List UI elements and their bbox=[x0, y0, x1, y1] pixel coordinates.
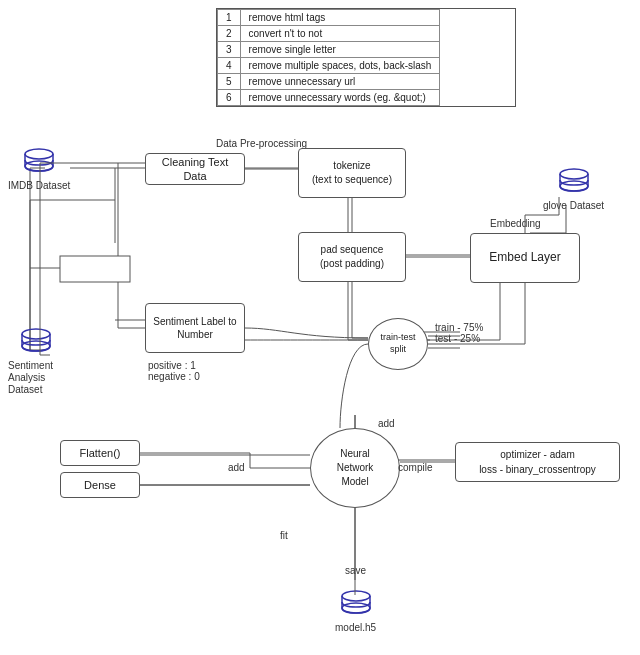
svg-point-29 bbox=[25, 149, 53, 159]
svg-point-31 bbox=[560, 169, 588, 179]
glove-dataset-icon: glove Dataset bbox=[543, 168, 604, 211]
svg-point-34 bbox=[22, 341, 50, 351]
row-text: remove html tags bbox=[240, 10, 440, 26]
positive-label: positive : 1 bbox=[148, 360, 200, 371]
table-row: 1 remove html tags bbox=[218, 10, 440, 26]
diagram: 1 remove html tags 2 convert n't to not … bbox=[0, 0, 640, 655]
sentiment-dataset-icon: Sentiment Analysis Dataset bbox=[8, 328, 63, 396]
table-row: 6 remove unnecessary words (eg. &quot;) bbox=[218, 90, 440, 106]
svg-point-32 bbox=[560, 181, 588, 191]
row-text: remove unnecessary url bbox=[240, 74, 440, 90]
model-h5-label: model.h5 bbox=[335, 622, 376, 633]
svg-point-35 bbox=[342, 591, 370, 601]
sentiment-values-label: positive : 1 negative : 0 bbox=[148, 360, 200, 382]
optimizer-box: optimizer - adam loss - binary_crossentr… bbox=[455, 442, 620, 482]
neural-network-circle: Neural Network Model bbox=[310, 428, 400, 508]
svg-point-30 bbox=[25, 161, 53, 171]
preprocessing-label: Data Pre-processing bbox=[216, 138, 307, 149]
row-text: remove unnecessary words (eg. &quot;) bbox=[240, 90, 440, 106]
row-num: 5 bbox=[218, 74, 241, 90]
add-label-1: add bbox=[228, 462, 245, 473]
save-label: save bbox=[345, 565, 366, 576]
train-75-text: train - 75% bbox=[435, 322, 483, 333]
optimizer-text: optimizer - adam loss - binary_crossentr… bbox=[479, 447, 596, 477]
test-25-text: test - 25% bbox=[435, 333, 483, 344]
add-label-2: add bbox=[378, 418, 395, 429]
sentiment-dataset-label: Sentiment Analysis Dataset bbox=[8, 360, 63, 396]
flatten-box: Flatten() bbox=[60, 440, 140, 466]
preprocessing-table-content: 1 remove html tags 2 convert n't to not … bbox=[217, 9, 440, 106]
negative-label: negative : 0 bbox=[148, 371, 200, 382]
row-num: 1 bbox=[218, 10, 241, 26]
row-num: 4 bbox=[218, 58, 241, 74]
neural-network-text: Neural Network Model bbox=[337, 447, 374, 489]
train-pct-label: train - 75% test - 25% bbox=[435, 322, 483, 344]
row-num: 2 bbox=[218, 26, 241, 42]
pad-sequence-box: pad sequence (post padding) bbox=[298, 232, 406, 282]
preprocessing-table: 1 remove html tags 2 convert n't to not … bbox=[216, 8, 516, 107]
row-text: convert n't to not bbox=[240, 26, 440, 42]
compile-label: compile bbox=[398, 462, 432, 473]
table-row: 5 remove unnecessary url bbox=[218, 74, 440, 90]
train-test-circle: train-test split bbox=[368, 318, 428, 370]
pad-sequence-text: pad sequence (post padding) bbox=[320, 243, 384, 271]
embedding-label: Embedding bbox=[490, 218, 541, 229]
train-test-text: train-test split bbox=[380, 332, 415, 355]
tokenize-text: tokenize (text to sequence) bbox=[312, 159, 392, 187]
cleaning-text-box: Cleaning Text Data bbox=[145, 153, 245, 185]
dataflow-box: Dataflow bbox=[60, 256, 130, 282]
dense-box: Dense bbox=[60, 472, 140, 498]
embed-layer-box: Embed Layer bbox=[470, 233, 580, 283]
sentiment-label-box: Sentiment Label to Number bbox=[145, 303, 245, 353]
fit-label: fit bbox=[280, 530, 288, 541]
tokenize-box: tokenize (text to sequence) bbox=[298, 148, 406, 198]
svg-point-36 bbox=[342, 603, 370, 613]
row-text: remove single letter bbox=[240, 42, 440, 58]
glove-dataset-label: glove Dataset bbox=[543, 200, 604, 211]
row-num: 3 bbox=[218, 42, 241, 58]
imdb-dataset-icon: IMDB Dataset bbox=[8, 148, 70, 191]
sentiment-label-text: Sentiment Label to Number bbox=[150, 315, 240, 341]
svg-point-33 bbox=[22, 329, 50, 339]
table-row: 4 remove multiple spaces, dots, back-sla… bbox=[218, 58, 440, 74]
table-row: 2 convert n't to not bbox=[218, 26, 440, 42]
table-row: 3 remove single letter bbox=[218, 42, 440, 58]
imdb-dataset-label: IMDB Dataset bbox=[8, 180, 70, 191]
row-text: remove multiple spaces, dots, back-slash bbox=[240, 58, 440, 74]
model-h5-icon: model.h5 bbox=[335, 590, 376, 633]
row-num: 6 bbox=[218, 90, 241, 106]
